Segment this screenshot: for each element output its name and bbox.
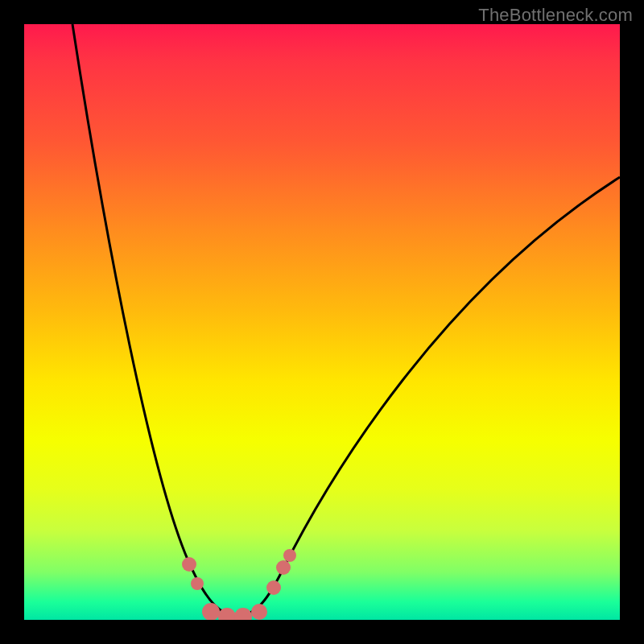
datapoint: [266, 580, 281, 595]
datapoint: [202, 603, 220, 620]
bottleneck-curve: [72, 24, 620, 616]
datapoints-group: [182, 549, 296, 620]
plot-area: [24, 24, 620, 620]
datapoint: [191, 577, 204, 590]
datapoint: [276, 560, 291, 575]
datapoint: [251, 604, 267, 620]
datapoint: [283, 549, 296, 562]
datapoint: [234, 608, 252, 620]
datapoint: [182, 557, 196, 572]
chart-svg: [24, 24, 620, 620]
chart-frame: TheBottleneck.com: [0, 0, 644, 644]
watermark-text: TheBottleneck.com: [478, 5, 633, 26]
